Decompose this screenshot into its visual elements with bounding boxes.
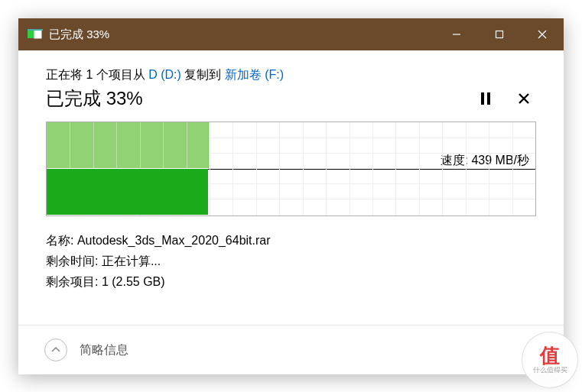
- svg-rect-0: [28, 31, 34, 38]
- footer: 简略信息: [18, 325, 564, 374]
- copy-progress-icon: [21, 29, 49, 40]
- speed-label: 速度: 439 MB/秒: [441, 153, 529, 169]
- close-button[interactable]: [521, 18, 564, 50]
- details-block: 名称: Autodesk_3ds_Max_2020_64bit.rar 剩余时间…: [46, 230, 536, 293]
- pause-button[interactable]: [473, 86, 498, 111]
- file-copy-dialog: 已完成 33% 正在将 1 个项目从 D (D:) 复制到 新加卷 (F:) 已…: [18, 18, 564, 374]
- fewer-details-toggle[interactable]: [44, 339, 67, 361]
- window-title: 已完成 33%: [49, 28, 435, 42]
- detail-items: 剩余项目: 1 (2.55 GB): [46, 271, 536, 292]
- cancel-button[interactable]: [512, 86, 536, 111]
- detail-time: 剩余时间: 正在计算...: [46, 251, 536, 271]
- svg-rect-7: [481, 92, 484, 105]
- watermark: 值 什么值得买: [522, 332, 577, 387]
- copy-description: 正在将 1 个项目从 D (D:) 复制到 新加卷 (F:): [46, 67, 536, 83]
- detail-name: 名称: Autodesk_3ds_Max_2020_64bit.rar: [46, 230, 536, 251]
- dialog-body: 正在将 1 个项目从 D (D:) 复制到 新加卷 (F:) 已完成 33% 速…: [18, 50, 564, 293]
- titlebar[interactable]: 已完成 33%: [18, 18, 564, 50]
- progress-text: 已完成 33%: [46, 86, 460, 111]
- chevron-up-icon: [51, 347, 60, 353]
- dest-link[interactable]: 新加卷 (F:): [225, 68, 284, 81]
- svg-rect-4: [496, 31, 503, 38]
- maximize-button[interactable]: [478, 18, 521, 50]
- svg-rect-1: [34, 31, 41, 38]
- svg-rect-8: [487, 92, 490, 105]
- speed-chart: 速度: 439 MB/秒: [46, 121, 536, 216]
- minimize-button[interactable]: [435, 18, 478, 50]
- footer-label: 简略信息: [80, 342, 128, 358]
- svg-rect-2: [28, 29, 43, 31]
- source-link[interactable]: D (D:): [148, 68, 181, 81]
- progress-headline: 已完成 33%: [46, 86, 536, 111]
